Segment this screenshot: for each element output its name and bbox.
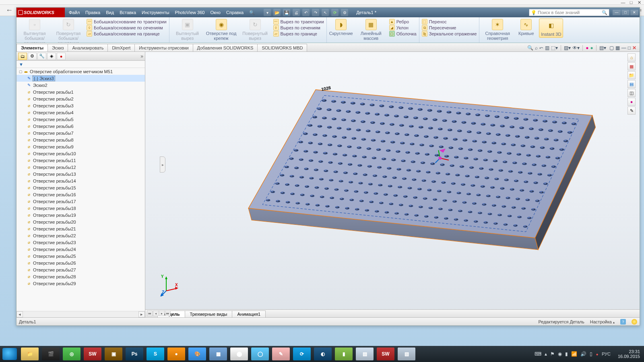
tree-hole-item[interactable]: ⌀Отверстие резьбы28 [17,273,145,280]
taskbar-app[interactable]: ▤ [356,348,374,360]
tree-hole-item[interactable]: ⌀Отверстие резьбы16 [17,191,145,198]
tab-features[interactable]: Элементы [17,44,48,51]
swept-cut-button[interactable]: 〰Вырез по траектории [273,19,324,25]
tree-sketch[interactable]: ✎Эскиз2 [17,82,145,88]
ref-geometry-button[interactable]: ✶Справочная геометрия [482,19,513,41]
tree-hole-item[interactable]: ⌀Отверстие резьбы26 [17,259,145,266]
graphics-area[interactable]: ⌂ ▦ 📁 ▤ ◫ ● ✎ [145,52,640,317]
tree-hole-item[interactable]: ⌀Отверстие резьбы3 [17,102,145,109]
tree-hole-item[interactable]: ⌀Отверстие резьбы8 [17,136,145,143]
fm-tab-strip[interactable]: 🗂 ⚙ 🔧 ◈ ● » [17,52,145,61]
browser-back-button[interactable]: ← [2,6,16,14]
menu-help[interactable]: Справка [226,10,244,15]
tray-keyboard-icon[interactable]: ⌨ [535,351,541,357]
taskbar-app[interactable]: ▧ [398,348,415,360]
fm-h-scrollbar[interactable]: ◂▸ [17,311,145,317]
menu-tools[interactable]: Инструменты [142,10,169,15]
section-view-icon[interactable]: ▥ [545,45,549,51]
taskbar-app[interactable]: ▦ [209,348,227,360]
tray-wifi-icon[interactable]: 📶 [571,351,577,357]
tree-hole-item[interactable]: ⌀Отверстие резьбы1 [17,88,145,95]
extruded-cut-button[interactable]: ▣Вытянутый вырез [172,19,203,41]
tab-render-tools[interactable]: Инструменты отрисовки [134,44,193,51]
fm-tab-tree-icon[interactable]: 🗂 [18,53,27,60]
revolved-boss-button[interactable]: ↻Повернутая бобышка/основание [53,19,84,45]
tree-hole-item[interactable]: ⌀Отверстие резьбы6 [17,123,145,130]
taskbar-app[interactable]: ◎ [63,348,80,360]
menu-edit[interactable]: Правка [85,10,100,15]
view-orient-icon[interactable]: ⬚▾ [551,45,558,51]
panel-splitter-handle[interactable]: ▸ [160,156,165,173]
search-go-icon[interactable]: 🔍 [602,10,607,15]
draft-button[interactable]: ◢Уклон [389,25,417,31]
tree-hole-item[interactable]: ⌀Отверстие резьбы10 [17,150,145,157]
tree-hole-item[interactable]: ⌀Отверстие резьбы21 [17,225,145,232]
tree-hole-item[interactable]: ⌀Отверстие резьбы5 [17,116,145,123]
appearance-icon[interactable]: ● [586,45,588,51]
menu-photoview[interactable]: PhotoView 360 [175,10,205,15]
display-style-icon[interactable]: ▨▾ [564,45,571,51]
model-view[interactable]: 1028 [182,68,636,289]
prev-view-icon[interactable]: ⤺ [539,45,543,51]
tab-animation[interactable]: Анимация1 [232,311,266,317]
qat-undo-icon[interactable]: ↶ [302,9,310,16]
motion-nav-first[interactable]: ⏮ [147,311,153,316]
linear-pattern-button[interactable]: ▦Линейный массив [355,19,387,41]
doc-close-icon[interactable]: ✕ [632,45,636,51]
curves-button[interactable]: ∿Кривые [516,19,537,36]
tray-bt-icon[interactable]: ⬥ [596,351,599,357]
fm-tab-dimxpert-icon[interactable]: ◈ [47,53,56,60]
qat-open-icon[interactable]: 📂 [273,9,281,16]
tray-shield-icon[interactable]: ◉ [558,351,562,357]
status-settings[interactable]: Настройка ▴ [590,319,615,324]
menu-view[interactable]: Вид [106,10,114,15]
doc-restore-icon[interactable]: □ [628,45,631,51]
intersect-button[interactable]: ⧉Пересечение [422,25,477,31]
taskbar-app[interactable]: 🎨 [188,348,206,360]
windows-taskbar[interactable]: 📁🎬◎SW▣PsS●🎨▦⬤◯✎⟳◐▮▤SW▧ ⌨ ▴ ⚑ ◉ ▮ 📶 🔊 ▯ ⬥… [0,346,644,362]
fm-tab-property-icon[interactable]: ⚙ [28,53,37,60]
qat-rebuild-icon[interactable]: ⟳ [331,9,339,16]
app-window-controls[interactable]: — □ ✕ [613,10,638,15]
doc-minimize-icon[interactable]: — [621,45,626,51]
tree-hole-item[interactable]: ⌀Отверстие резьбы15 [17,184,145,191]
qat-print-icon[interactable]: 🖨 [293,9,300,16]
fm-tabs-more-icon[interactable]: » [140,53,143,59]
swept-boss-button[interactable]: 〰Бобышка/основание по траектории [87,19,167,25]
wrap-button[interactable]: ⬚Перенос [422,19,477,25]
tree-hole-item[interactable]: ⌀Отверстие резьбы2 [17,95,145,102]
taskbar-app[interactable]: ▮ [335,348,353,360]
taskbar-app[interactable]: 🎬 [42,348,60,360]
tree-hole-item[interactable]: ⌀Отверстие резьбы9 [17,143,145,150]
motion-nav-last[interactable]: ⏭ [165,311,171,316]
tree-hole-item[interactable]: ⌀Отверстие резьбы22 [17,232,145,239]
tree-root-feature[interactable]: ▢🕳Отверстие обработанное метчиком M51 [17,68,145,75]
qat-options-icon[interactable]: ⚙ [341,9,348,16]
close-button[interactable]: ✕ [630,10,638,15]
tray-flag-icon[interactable]: ⚑ [550,351,555,357]
taskpane-home-icon[interactable]: ⌂ [627,53,636,62]
taskbar-app[interactable]: ● [167,348,185,360]
taskbar-app[interactable]: SW [377,348,394,360]
maximize-button[interactable]: □ [621,10,630,15]
qat-new-icon[interactable]: ▾ [264,9,271,16]
taskbar-app[interactable]: ✎ [272,348,290,360]
motion-nav-next[interactable]: ▸ [159,311,165,316]
tab-dimxpert[interactable]: DimXpert [107,44,135,51]
fm-filter-bar[interactable]: ▼ [17,61,145,68]
tree-hole-item[interactable]: ⌀Отверстие резьбы14 [17,177,145,184]
quick-access-toolbar[interactable]: ▾ 📂 💾 🖨 ↶ ↷ ↖ ⟳ ⚙ [264,9,348,16]
menu-insert[interactable]: Вставка [120,10,136,15]
feature-tree[interactable]: ▢🕳Отверстие обработанное метчиком M51✎(-… [17,68,145,311]
taskbar-app[interactable]: SW [84,348,101,360]
tab-sketch[interactable]: Эскиз [47,44,68,51]
tree-hole-item[interactable]: ⌀Отверстие резьбы12 [17,164,145,171]
taskbar-app[interactable]: ◯ [251,348,269,360]
tree-hole-item[interactable]: ⌀Отверстие резьбы18 [17,205,145,212]
tree-hole-item[interactable]: ⌀Отверстие резьбы13 [17,171,145,177]
boundary-cut-button[interactable]: ▱Вырез по границе [273,31,324,37]
tab-mbd[interactable]: SOLIDWORKS MBD [257,44,307,51]
lofted-cut-button[interactable]: ◊Вырез по сечениям [273,25,324,31]
status-help-icon[interactable]: ? [620,319,626,325]
tree-hole-item[interactable]: ⌀Отверстие резьбы17 [17,198,145,205]
